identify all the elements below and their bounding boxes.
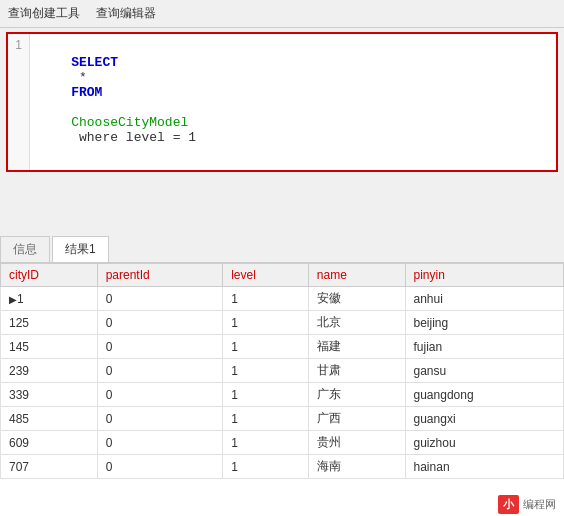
results-container[interactable]: cityID parentId level name pinyin ▶101安徽… (0, 263, 564, 515)
cell-name: 北京 (308, 311, 405, 335)
line-numbers: 1 (8, 34, 30, 170)
cell-level: 1 (223, 431, 309, 455)
col-header-cityid: cityID (1, 264, 98, 287)
cell-level: 1 (223, 407, 309, 431)
cell-pinyin: anhui (405, 287, 563, 311)
cell-pinyin: hainan (405, 455, 563, 479)
table-row: 70701海南hainan (1, 455, 564, 479)
col-header-name: name (308, 264, 405, 287)
cell-parentid: 0 (97, 455, 223, 479)
tab-result1[interactable]: 结果1 (52, 236, 109, 262)
cell-pinyin: guangxi (405, 407, 563, 431)
cell-level: 1 (223, 287, 309, 311)
cell-name: 海南 (308, 455, 405, 479)
table-row: ▶101安徽anhui (1, 287, 564, 311)
watermark: 小 编程网 (498, 495, 556, 514)
cell-cityid: 485 (1, 407, 98, 431)
cell-level: 1 (223, 311, 309, 335)
table-row: 14501福建fujian (1, 335, 564, 359)
cell-cityid: 145 (1, 335, 98, 359)
cell-cityid: 239 (1, 359, 98, 383)
sql-where: where level = 1 (71, 130, 196, 145)
cell-parentid: 0 (97, 311, 223, 335)
cell-parentid: 0 (97, 335, 223, 359)
cell-cityid: 707 (1, 455, 98, 479)
cell-parentid: 0 (97, 431, 223, 455)
cell-level: 1 (223, 455, 309, 479)
cell-parentid: 0 (97, 383, 223, 407)
cell-name: 安徽 (308, 287, 405, 311)
cell-pinyin: guangdong (405, 383, 563, 407)
sql-editor[interactable]: 1 SELECT * FROM ChooseCityModel where le… (6, 32, 558, 172)
line-number-1: 1 (8, 38, 29, 52)
logo-badge: 小 (498, 495, 519, 514)
cell-name: 福建 (308, 335, 405, 359)
cell-level: 1 (223, 359, 309, 383)
cell-cityid: 339 (1, 383, 98, 407)
table-row: 33901广东guangdong (1, 383, 564, 407)
cell-pinyin: gansu (405, 359, 563, 383)
sql-star: * (71, 70, 94, 85)
cell-name: 广东 (308, 383, 405, 407)
cell-parentid: 0 (97, 407, 223, 431)
watermark-text: 编程网 (523, 497, 556, 512)
query-builder-btn[interactable]: 查询创建工具 (0, 2, 88, 25)
tab-info[interactable]: 信息 (0, 236, 50, 262)
cell-cityid: ▶1 (1, 287, 98, 311)
table-row: 60901贵州guizhou (1, 431, 564, 455)
sql-content[interactable]: SELECT * FROM ChooseCityModel where leve… (40, 38, 550, 162)
cell-level: 1 (223, 383, 309, 407)
sql-from-keyword: FROM (71, 85, 102, 100)
cell-name: 广西 (308, 407, 405, 431)
cell-name: 甘肃 (308, 359, 405, 383)
cell-pinyin: guizhou (405, 431, 563, 455)
table-header: cityID parentId level name pinyin (1, 264, 564, 287)
cell-pinyin: fujian (405, 335, 563, 359)
cell-cityid: 125 (1, 311, 98, 335)
query-editor-btn[interactable]: 查询编辑器 (88, 2, 164, 25)
cell-name: 贵州 (308, 431, 405, 455)
cell-parentid: 0 (97, 287, 223, 311)
table-body: ▶101安徽anhui12501北京beijing14501福建fujian23… (1, 287, 564, 479)
toolbar: 查询创建工具 查询编辑器 (0, 0, 564, 28)
results-table: cityID parentId level name pinyin ▶101安徽… (0, 263, 564, 479)
sql-table-name: ChooseCityModel (71, 115, 188, 130)
cell-cityid: 609 (1, 431, 98, 455)
cell-level: 1 (223, 335, 309, 359)
table-row: 23901甘肃gansu (1, 359, 564, 383)
cell-parentid: 0 (97, 359, 223, 383)
table-row: 12501北京beijing (1, 311, 564, 335)
sql-select-keyword: SELECT (71, 55, 118, 70)
result-tabs: 信息 结果1 (0, 236, 564, 263)
col-header-level: level (223, 264, 309, 287)
col-header-pinyin: pinyin (405, 264, 563, 287)
sql-space (71, 100, 79, 115)
table-row: 48501广西guangxi (1, 407, 564, 431)
bottom-panel: 信息 结果1 cityID parentId level name pinyin… (0, 236, 564, 516)
col-header-parentid: parentId (97, 264, 223, 287)
cell-pinyin: beijing (405, 311, 563, 335)
